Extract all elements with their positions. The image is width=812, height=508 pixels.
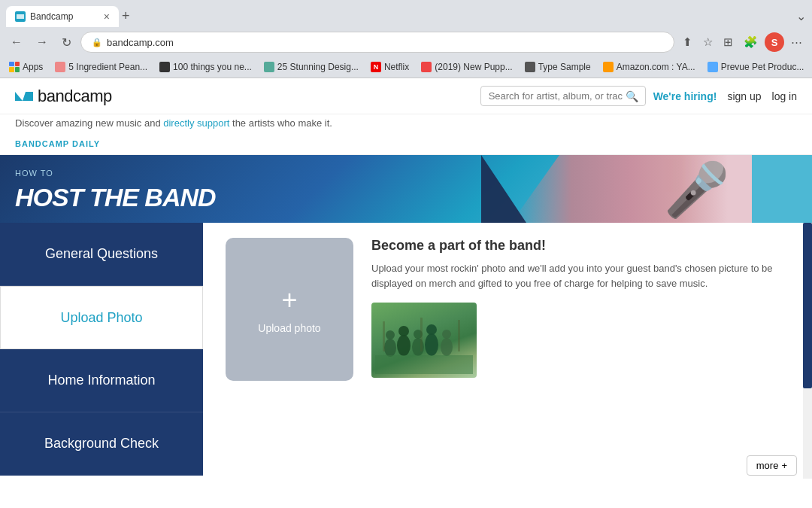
more-button[interactable]: more + — [747, 455, 797, 476]
discover-text: Discover amazing new music and directly … — [0, 114, 812, 132]
sidebar: General Questions Upload Photo Home Info… — [0, 223, 203, 479]
bookmark-5[interactable]: (2019) New Pupp... — [418, 60, 515, 74]
svg-rect-14 — [383, 321, 385, 351]
svg-rect-15 — [420, 318, 423, 351]
url-bar[interactable]: 🔒 bandcamp.com — [80, 32, 674, 53]
svg-marker-2 — [15, 92, 23, 101]
logo-text: bandcamp — [38, 87, 112, 106]
extensions-button[interactable]: 🧩 — [740, 33, 762, 51]
bookmark-netflix-label: Netflix — [384, 62, 409, 72]
sidebar-item-home[interactable]: Home Information — [0, 349, 203, 412]
tab-title: Bandcamp — [30, 11, 99, 22]
new-tab-button[interactable]: + — [122, 8, 130, 24]
band-silhouette — [375, 306, 473, 374]
hero-person-icon: 🎤 — [664, 159, 729, 221]
bookmark-apps[interactable]: Apps — [6, 60, 46, 74]
hero-title: HOST THE BAND — [15, 183, 216, 212]
band-info-text: Upload your most rockin' photo and we'll… — [371, 261, 780, 291]
sidebar-item-background[interactable]: Background Check — [0, 412, 203, 476]
bookmark-amazon[interactable]: Amazon.com : YA... — [600, 60, 698, 74]
url-text: bandcamp.com — [107, 37, 174, 48]
share-button[interactable]: ⬆ — [679, 33, 696, 51]
bookmark-3-label: 25 Stunning Desig... — [277, 62, 359, 72]
login-button[interactable]: log in — [772, 90, 797, 102]
directly-support-link[interactable]: directly support — [163, 117, 229, 129]
bookmark-5-label: (2019) New Pupp... — [435, 62, 512, 72]
sidebar-item-general[interactable]: General Questions — [0, 223, 203, 286]
bookmarks-bar: Apps 5 Ingredient Pean... 100 things you… — [0, 57, 812, 78]
more-icon: + — [781, 460, 787, 471]
bookmark-1[interactable]: 5 Ingredient Pean... — [52, 60, 150, 74]
logo-icon — [15, 89, 33, 104]
lock-icon: 🔒 — [92, 38, 102, 47]
hero-triangle — [481, 155, 526, 223]
scrollbar[interactable] — [803, 223, 812, 479]
bookmark-3[interactable]: 25 Stunning Desig... — [261, 60, 362, 74]
sidebar-item-upload[interactable]: Upload Photo — [0, 286, 203, 349]
svg-point-11 — [441, 338, 453, 356]
bookmark-amazon-label: Amazon.com : YA... — [617, 62, 695, 72]
bookmark-6[interactable]: Type Sample — [522, 60, 594, 74]
sidebar-label-home: Home Information — [47, 373, 155, 388]
bookmark-button[interactable]: ☆ — [699, 33, 717, 51]
svg-point-3 — [384, 339, 396, 357]
netflix-icon: N — [371, 62, 381, 72]
hero-gradient: 🎤 — [511, 155, 752, 223]
band-photo-inner — [371, 303, 477, 378]
band-info: Become a part of the band! Upload your m… — [371, 238, 780, 464]
user-avatar[interactable]: S — [765, 32, 784, 52]
bookmark-prevue-label: Prevue Pet Produc... — [721, 62, 804, 72]
subnav: BANDCAMP DAILY — [0, 132, 812, 155]
signup-button[interactable]: sign up — [727, 90, 761, 102]
bookmark-2[interactable]: 100 things you ne... — [156, 60, 255, 74]
browser-chrome: Bandcamp × + ⌄ ← → ↻ 🔒 bandcamp.com ⬆ ☆ … — [0, 0, 812, 78]
band-photo — [371, 303, 477, 378]
main-area: General Questions Upload Photo Home Info… — [0, 223, 812, 479]
forward-button[interactable]: → — [32, 32, 53, 52]
tab-close-button[interactable]: × — [104, 11, 110, 23]
svg-point-5 — [397, 335, 411, 356]
bandcamp-logo[interactable]: bandcamp — [15, 87, 112, 106]
bookmark-3-icon — [264, 62, 274, 72]
search-icon: 🔍 — [626, 90, 638, 102]
bookmark-2-icon — [159, 62, 170, 72]
sidebar-label-background: Background Check — [44, 436, 159, 452]
bookmark-2-label: 100 things you ne... — [173, 62, 252, 72]
discover-before: Discover amazing new music and — [15, 117, 163, 129]
amazon-icon — [603, 62, 614, 72]
search-area: 🔍 — [480, 86, 646, 106]
active-tab[interactable]: Bandcamp × — [6, 6, 119, 27]
upload-photo-area[interactable]: + Upload photo — [226, 238, 353, 381]
address-bar: ← → ↻ 🔒 bandcamp.com ⬆ ☆ ⊞ 🧩 S ⋯ — [0, 27, 812, 57]
prevue-icon — [707, 62, 718, 72]
tab-favicon — [15, 11, 26, 22]
menu-button[interactable]: ⋯ — [787, 33, 806, 51]
svg-point-6 — [398, 326, 409, 336]
bookmark-apps-label: Apps — [23, 62, 43, 72]
sidebar-label-upload: Upload Photo — [60, 310, 142, 326]
tab-group-button[interactable]: ⊞ — [720, 33, 737, 51]
bookmark-1-label: 5 Ingredient Pean... — [68, 62, 147, 72]
back-button[interactable]: ← — [6, 32, 27, 52]
hero-banner: HOW TO HOST THE BAND 🎤 — [0, 155, 812, 223]
upload-plus-icon: + — [281, 284, 297, 316]
bandcamp-header: bandcamp 🔍 We're hiring! sign up log in — [0, 78, 812, 114]
apps-icon — [9, 62, 20, 72]
tab-bar: Bandcamp × + ⌄ — [0, 0, 812, 27]
scrollbar-thumb[interactable] — [803, 223, 812, 388]
bookmark-5-icon — [421, 62, 432, 72]
svg-point-10 — [426, 324, 437, 335]
refresh-button[interactable]: ↻ — [57, 32, 76, 53]
content-area: + Upload photo Become a part of the band… — [203, 223, 803, 479]
sidebar-label-general: General Questions — [45, 246, 158, 262]
bookmark-prevue[interactable]: Prevue Pet Produc... — [704, 60, 807, 74]
search-input[interactable] — [480, 86, 646, 106]
tab-overflow-button[interactable]: ⌄ — [796, 9, 806, 23]
hiring-link[interactable]: We're hiring! — [653, 90, 717, 102]
bookmark-netflix[interactable]: N Netflix — [368, 60, 412, 74]
bookmark-6-label: Type Sample — [538, 62, 591, 72]
hero-image-area: 🎤 — [511, 155, 752, 223]
hero-howto: HOW TO — [15, 169, 53, 178]
daily-label[interactable]: BANDCAMP DAILY — [15, 139, 100, 148]
upload-label: Upload photo — [258, 322, 320, 334]
